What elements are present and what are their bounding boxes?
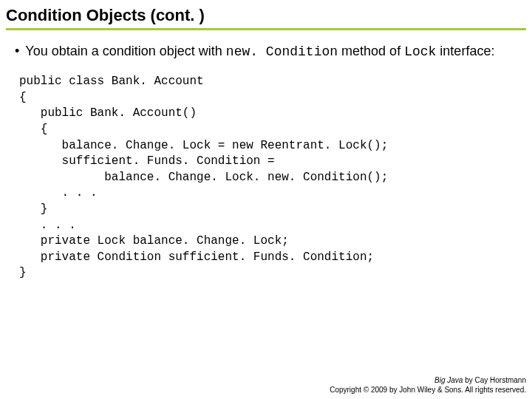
code-block: public class Bank. Account { public Bank… xyxy=(19,74,517,282)
bullet-tail: interface: xyxy=(436,44,494,58)
bullet-item: • You obtain a condition object with new… xyxy=(15,42,517,61)
bullet-code2: Lock xyxy=(404,44,436,59)
bullet-lead: You obtain a condition object with xyxy=(25,44,226,58)
bullet-code1: new. Condition xyxy=(226,44,338,59)
footer-line1: Big Java by Cay Horstmann xyxy=(330,376,526,386)
bullet-dot: • xyxy=(15,42,19,60)
footer: Big Java by Cay Horstmann Copyright © 20… xyxy=(330,376,526,395)
footer-book: Big Java xyxy=(434,376,463,384)
footer-line2: Copyright © 2009 by John Wiley & Sons. A… xyxy=(330,386,526,395)
slide-title: Condition Objects (cont. ) xyxy=(6,6,526,30)
bullet-text: You obtain a condition object with new. … xyxy=(25,42,494,61)
bullet-mid: method of xyxy=(338,44,404,58)
footer-author: by Cay Horstmann xyxy=(463,376,526,384)
